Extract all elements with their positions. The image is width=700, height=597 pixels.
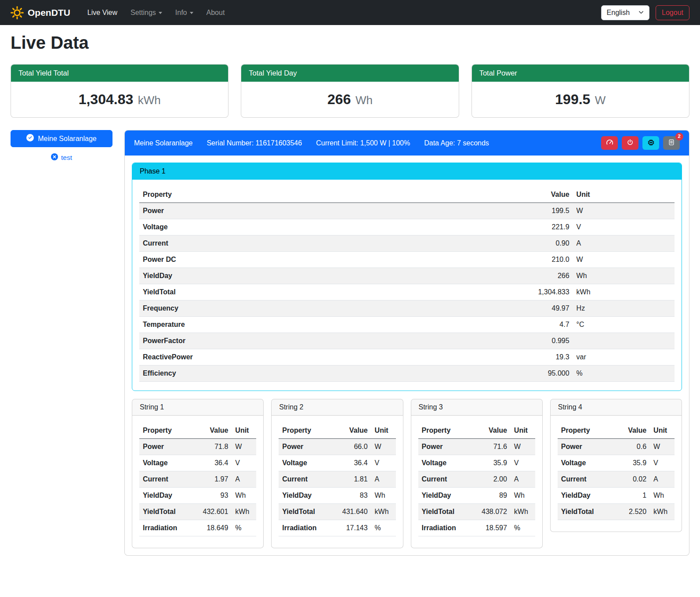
table-row: Power0.6W [558,439,675,455]
value-cell: 36.4 [193,455,232,471]
string-card-header: String 4 [551,399,682,416]
string-card-body: Property Value Unit Power71.8WVoltage36.… [132,416,263,548]
nav-about[interactable]: About [201,5,231,20]
navbar-right: English Logout [601,5,689,20]
string-table: Property Value Unit Power0.6WVoltage35.9… [558,423,675,520]
unit-cell: % [511,520,535,536]
event-count-badge: 2 [675,133,683,141]
cpu-icon [647,139,655,148]
property-cell: Efficiency [139,365,434,382]
value-cell: 71.6 [472,439,511,455]
column-unit: Unit [573,187,675,203]
card-value: 199.5 [555,91,590,107]
table-header-row: Property Value Unit [139,187,675,203]
unit-cell: kWh [511,504,535,520]
property-cell: Frequency [139,300,434,317]
unit-cell: W [371,439,396,455]
table-row: Power66.0W [279,439,395,455]
sun-icon [11,6,24,19]
property-cell: YieldDay [418,488,472,504]
property-cell: Current [279,471,332,488]
value-cell: 0.6 [611,439,650,455]
unit-cell: W [650,439,675,455]
column-property: Property [139,423,193,439]
phase-card: Phase 1 Property Value Unit Power199.5WV… [132,163,682,391]
value-cell: 89 [472,488,511,504]
value-cell: 1,304.833 [434,284,573,300]
value-cell: 4.7 [434,317,573,333]
unit-cell: kWh [371,504,396,520]
property-cell: YieldDay [558,488,611,504]
brand[interactable]: OpenDTU [11,6,70,19]
unit-cell: Wh [232,488,256,504]
card-value: 266 [327,91,351,107]
logout-button[interactable]: Logout [656,5,689,20]
power-button[interactable] [622,136,638,150]
nav-settings[interactable]: Settings [125,5,168,20]
card-total-yield-day: Total Yield Day 266 Wh [241,64,459,118]
card-total-yield-total: Total Yield Total 1,304.83 kWh [11,64,228,118]
table-row: Power71.6W [418,439,535,455]
string-card-3: String 3 Property Value Unit [411,399,543,548]
value-cell: 266 [434,268,573,284]
value-cell: 49.97 [434,300,573,317]
property-cell: Power [418,439,472,455]
table-row: YieldDay93Wh [139,488,256,504]
value-cell: 1.81 [333,471,371,488]
check-circle-icon [26,134,34,143]
table-row: YieldDay89Wh [418,488,535,504]
language-select[interactable]: English [601,5,649,20]
limit-settings-button[interactable] [601,136,618,150]
table-row: YieldTotal1,304.833kWh [139,284,675,300]
data-age: Data Age: 7 seconds [424,139,489,147]
string-card-header: String 3 [411,399,542,416]
property-cell: ReactivePower [139,349,434,365]
value-cell: 1.97 [193,471,232,488]
string-card-body: Property Value Unit Power0.6WVoltage35.9… [551,416,682,532]
card-body: 1,304.83 kWh [11,82,228,117]
journal-icon [668,139,675,147]
unit-cell: A [232,471,256,488]
table-row: Voltage35.9V [418,455,535,471]
table-row: Power71.8W [139,439,256,455]
value-cell: 35.9 [472,455,511,471]
property-cell: Irradiation [139,520,193,536]
device-info-button[interactable] [642,136,659,150]
table-row: Current0.90A [139,235,675,252]
string-table: Property Value Unit Power66.0WVoltage36.… [279,423,395,536]
string-card-2: String 2 Property Value Unit [271,399,403,548]
unit-cell: W [511,439,535,455]
table-row: YieldTotal2.520kWh [558,504,675,520]
column-value: Value [434,187,573,203]
unit-cell: Wh [371,488,396,504]
phase-table: Property Value Unit Power199.5WVoltage22… [139,187,675,382]
property-cell: Current [418,471,472,488]
table-header-row: Property Value Unit [418,423,535,439]
caret-down-icon [190,12,193,14]
string-card-1: String 1 Property Value Unit [132,399,264,548]
property-cell: Voltage [558,455,611,471]
inverter-button-active[interactable]: Meine Solaranlage [11,130,112,147]
value-cell: 35.9 [611,455,650,471]
table-row: Frequency49.97Hz [139,300,675,317]
card-body: 199.5 W [472,82,689,117]
property-cell: YieldTotal [139,504,193,520]
current-limit: Current Limit: 1,500 W | 100% [316,139,410,147]
phase-card-body: Property Value Unit Power199.5WVoltage22… [132,180,682,391]
unit-cell: % [371,520,396,536]
string-card-body: Property Value Unit Power66.0WVoltage36.… [272,416,403,548]
inverter-button-inactive[interactable]: test [11,153,112,162]
string-card-4: String 4 Property Value Unit [550,399,682,532]
nav-live-view[interactable]: Live View [82,5,123,20]
x-circle-icon [51,153,58,162]
panel-actions: 2 [601,136,680,150]
unit-cell: % [232,520,256,536]
event-log-button[interactable]: 2 [663,136,680,150]
card-header: Total Yield Total [11,65,228,82]
nav-info[interactable]: Info [170,5,199,20]
value-cell: 19.3 [434,349,573,365]
unit-cell: °C [573,317,675,333]
value-cell: 0.02 [611,471,650,488]
table-row: Voltage221.9V [139,219,675,235]
card-value: 1,304.83 [79,91,134,107]
